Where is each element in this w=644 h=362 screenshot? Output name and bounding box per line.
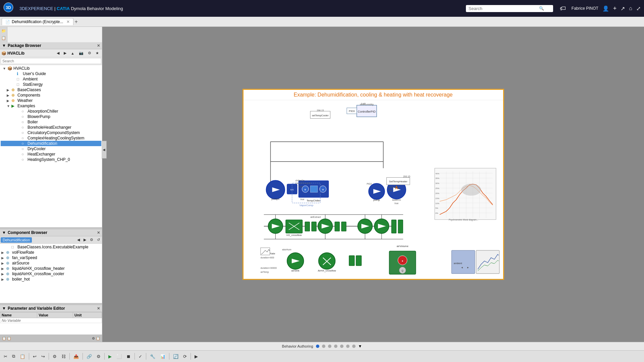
nav-settings-btn[interactable]: ⚙ (86, 50, 93, 56)
cut-button[interactable]: ✂ (2, 353, 9, 360)
diagram-canvas[interactable]: Example: Dehumidification, cooling & hea… (243, 89, 504, 280)
tree-item-dehumidification[interactable]: ○ Dehumidification (1, 141, 101, 146)
component-tree: □ BaseClasses.Icons.ExecutableExample ▶ … (0, 244, 102, 303)
package-search-input[interactable] (1, 58, 101, 64)
dot-3[interactable] (334, 345, 337, 348)
diagram-area: Example: Dehumidification, cooling & hea… (102, 27, 644, 342)
package-browser-collapse-icon[interactable]: ▼ (2, 43, 6, 48)
sync-button[interactable]: ⟳ (181, 353, 189, 360)
cb-item-baseclasses-icons[interactable]: □ BaseClasses.Icons.ExecutableExample (1, 244, 101, 250)
param-editor-collapse-icon[interactable]: ▼ (2, 306, 6, 311)
next-button[interactable]: ▶ (193, 353, 200, 360)
check-button[interactable]: ✓ (137, 353, 144, 360)
tree-item-heatexchanger[interactable]: ○ HeatExchanger (1, 152, 101, 157)
cb-item-liquidairhx-cooler[interactable]: ▶ ⊕ liquidAirHX_crossflow_cooler (1, 271, 101, 277)
param-col-value: Value (37, 312, 73, 318)
tree-item-users-guide[interactable]: ℹ User's Guide (1, 71, 101, 76)
share-icon[interactable]: ↗ (621, 5, 625, 12)
svg-text:10%: 10% (435, 202, 439, 204)
tools-button[interactable]: 🔧 (148, 353, 157, 360)
user-icon[interactable]: 👤 (602, 5, 609, 12)
tab-icon: 📄 (5, 20, 10, 24)
tree-item-hvaclib[interactable]: ▼ 📦 HVACLib (1, 66, 101, 71)
cb-item-boiler-hot[interactable]: ▶ ⊕ boiler_hot (1, 277, 101, 282)
simulate2-button[interactable]: ⚙ (95, 353, 103, 360)
simulate-button[interactable]: 🔗 (85, 353, 94, 360)
tree-item-circulatorycompoundsystem[interactable]: ○ CirculatoryCompoundSystem (1, 130, 101, 135)
connect-button[interactable]: ⚙ (51, 353, 59, 360)
cb-nav-forward[interactable]: ▶ (82, 237, 88, 243)
tree-item-boiler[interactable]: ○ Boiler (1, 119, 101, 125)
dot-4[interactable] (340, 345, 343, 348)
copy-button[interactable]: ⧉ (10, 352, 17, 360)
tree-item-examples[interactable]: ▼ ▶ Examples (1, 103, 101, 109)
nav-forward-btn[interactable]: ▶ (62, 50, 68, 56)
nav-star-btn[interactable]: ★ (94, 50, 101, 56)
play-button[interactable]: ▶ (106, 353, 114, 360)
cb-item-liquidairhx-heater[interactable]: ▶ ⊕ liquidAirHX_crossflow_heater (1, 266, 101, 271)
expand-icon[interactable]: ⤢ (636, 5, 641, 12)
cb-item-airsource[interactable]: ▶ ⊕ airSource (1, 260, 101, 266)
component-browser-close[interactable]: ✕ (97, 231, 100, 235)
export-button[interactable]: 📤 (71, 353, 81, 360)
left-panel: 📁 📋 ▼ Package Browser ✕ 📦 HVACLib ◀ ▶ (0, 27, 102, 342)
svg-text:⊕: ⊕ (322, 188, 324, 191)
connect2-button[interactable]: ⛓ (59, 353, 68, 360)
tree-item-baseclasses[interactable]: ▶ ⊕ BaseClasses (1, 87, 101, 93)
dot-0[interactable] (316, 345, 319, 348)
refresh-button[interactable]: 🔄 (171, 353, 180, 360)
nav-back-btn[interactable]: ◀ (55, 50, 61, 56)
dot-2[interactable] (328, 345, 331, 348)
cb-item-volflowrate[interactable]: ▶ ⊕ volFlowRate (1, 250, 101, 255)
dot-6[interactable] (352, 345, 356, 348)
side-icon-1[interactable]: 📁 (1, 28, 7, 34)
dot-5[interactable] (346, 345, 350, 348)
tree-item-absorptionchiller[interactable]: ○ AbsorptionChiller (1, 109, 101, 114)
paste-button[interactable]: 📋 (18, 353, 27, 360)
package-browser-close[interactable]: ✕ (97, 44, 100, 48)
cb-nav-explore[interactable]: ⚙ (89, 237, 95, 243)
behavior-expand-icon[interactable]: ▼ (358, 344, 362, 349)
tree-item-complexheatingcoolingsystem[interactable]: ○ ComplexHeatingCoolingSystem (1, 135, 101, 141)
side-icon-2[interactable]: 📋 (1, 35, 7, 41)
nav-up-btn[interactable]: ▲ (69, 50, 76, 56)
stop-button[interactable]: ⬜ (114, 353, 124, 360)
add-tab-button[interactable]: + (74, 19, 77, 25)
undo-button[interactable]: ↩ (31, 353, 39, 360)
package-browser-toolbar: 📦 HVACLib ◀ ▶ ▲ 📷 ⚙ ★ (0, 49, 102, 57)
arrange-button[interactable]: 📊 (158, 353, 167, 360)
cb-nav-refresh[interactable]: ↺ (96, 237, 101, 243)
param-editor-close[interactable]: ✕ (97, 306, 100, 311)
svg-text:boilerPump: boilerPump (388, 186, 400, 189)
tree-item-components[interactable]: ▶ ⊕ Components (1, 93, 101, 98)
dot-1[interactable] (322, 345, 325, 348)
home-icon[interactable]: ⌂ (629, 5, 632, 11)
package-browser-title: Package Browser (8, 43, 41, 48)
tree-item-drycooler[interactable]: ○ DryCooler (1, 146, 101, 152)
nav-capture-btn[interactable]: 📷 (77, 50, 85, 56)
tree-item-ambient[interactable]: □ Ambient (1, 76, 101, 82)
tree-item-boreholeheatexchanger[interactable]: ○ BoreholeHeatExchanger (1, 125, 101, 130)
svg-text:15%: 15% (435, 197, 439, 199)
svg-text:20%: 20% (435, 192, 439, 194)
add-icon[interactable]: + (613, 5, 617, 12)
tree-item-heatingsystem-chp-0[interactable]: ○ HeatingSystem_CHP_0 (1, 157, 101, 162)
component-browser-title: Component Browser (8, 230, 47, 235)
cb-item-fan-varspeed[interactable]: ▶ ⊕ fan_varSpeed (1, 255, 101, 260)
search-icon[interactable]: 🔍 (539, 6, 544, 11)
tree-item-blowerpump[interactable]: ○ BlowerPump (1, 114, 101, 119)
search-input[interactable] (469, 6, 539, 11)
svg-text:absHum: absHum (282, 248, 291, 251)
expand-hvaclib[interactable]: ▼ (3, 67, 7, 70)
pause-button[interactable]: ⏹ (124, 353, 133, 360)
tree-item-statenergy[interactable]: □ StatEnergy (1, 82, 101, 87)
redo-button[interactable]: ↪ (39, 353, 47, 360)
search-area[interactable]: 🔍 (466, 5, 553, 12)
component-browser-collapse-icon[interactable]: ▼ (2, 230, 6, 235)
panel-collapse-button[interactable]: ◀ (102, 141, 107, 159)
bookmark-icon[interactable]: 🏷 (560, 5, 566, 12)
tree-item-weather[interactable]: ▶ ⊕ Weather (1, 98, 101, 103)
tab-close-icon[interactable]: ✕ (66, 19, 70, 24)
cb-nav-back[interactable]: ◀ (76, 237, 81, 243)
active-tab[interactable]: 📄 Dehumidification (Encrypte... ✕ (2, 18, 73, 25)
